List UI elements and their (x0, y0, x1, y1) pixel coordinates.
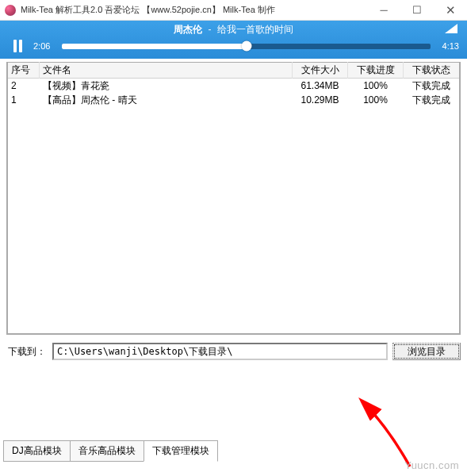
table-header: 序号 文件名 文件大小 下载进度 下载状态 (8, 63, 459, 79)
volume-icon[interactable] (443, 22, 459, 37)
track-name: 给我一首歌的时间 (217, 24, 293, 35)
cell-progress: 100% (348, 93, 404, 107)
progress-fill (62, 44, 247, 49)
audio-player: 周杰伦 - 给我一首歌的时间 2:06 4:13 (0, 21, 467, 59)
module-tabs: DJ高品模块音乐高品模块下载管理模块 (3, 440, 217, 462)
download-path-bar: 下载到： 浏览目录 (6, 341, 461, 362)
header-index[interactable]: 序号 (8, 62, 40, 79)
cell-index: 1 (8, 93, 40, 107)
window-title: Milk-Tea 解析工具2.0 吾爱论坛 【www.52pojie.cn】 M… (21, 4, 275, 16)
close-button[interactable]: ✕ (434, 0, 467, 20)
cell-filename: 【高品】周杰伦 - 晴天 (40, 92, 293, 109)
time-total: 4:13 (437, 41, 459, 51)
table-body: 2【视频】青花瓷61.34MB100%下载完成1【高品】周杰伦 - 晴天10.2… (8, 79, 459, 107)
cell-filesize: 61.34MB (293, 79, 348, 93)
download-list-panel: 序号 文件名 文件大小 下载进度 下载状态 2【视频】青花瓷61.34MB100… (6, 62, 461, 335)
download-path-input[interactable] (52, 343, 388, 360)
tab-DJ高品模块[interactable]: DJ高品模块 (3, 440, 71, 462)
artist-name: 周杰伦 (174, 24, 202, 35)
title-separator: - (209, 24, 212, 35)
cell-filesize: 10.29MB (293, 93, 348, 107)
progress-thumb[interactable] (241, 41, 251, 52)
now-playing: 周杰伦 - 给我一首歌的时间 (174, 23, 293, 36)
tab-音乐高品模块[interactable]: 音乐高品模块 (70, 440, 144, 462)
header-progress[interactable]: 下载进度 (348, 62, 404, 79)
tab-下载管理模块[interactable]: 下载管理模块 (144, 440, 218, 462)
header-filesize[interactable]: 文件大小 (293, 62, 348, 79)
minimize-button[interactable]: ─ (367, 0, 400, 20)
table-row[interactable]: 2【视频】青花瓷61.34MB100%下载完成 (8, 79, 459, 93)
time-elapsed: 2:06 (33, 41, 56, 51)
table-row[interactable]: 1【高品】周杰伦 - 晴天10.29MB100%下载完成 (8, 93, 459, 107)
titlebar: Milk-Tea 解析工具2.0 吾爱论坛 【www.52pojie.cn】 M… (0, 0, 467, 21)
app-icon (5, 5, 16, 16)
header-status[interactable]: 下载状态 (404, 62, 459, 79)
pause-button[interactable] (8, 37, 27, 55)
cell-index: 2 (8, 79, 40, 93)
download-label: 下载到： (6, 342, 48, 362)
header-filename[interactable]: 文件名 (40, 62, 293, 79)
cell-progress: 100% (348, 79, 404, 93)
watermark: Yuucn.com (404, 459, 459, 471)
window-controls: ─ ☐ ✕ (367, 0, 467, 20)
cell-status: 下载完成 (404, 92, 459, 109)
browse-button[interactable]: 浏览目录 (392, 343, 461, 360)
progress-bar[interactable] (62, 44, 431, 49)
maximize-button[interactable]: ☐ (400, 0, 434, 20)
